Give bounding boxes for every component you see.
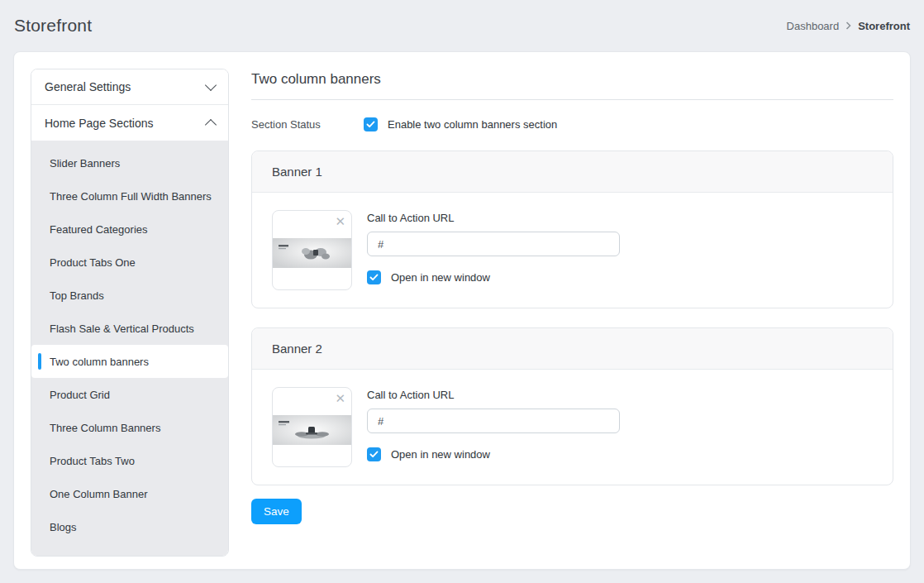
breadcrumb: Dashboard Storefront [787, 20, 910, 32]
remove-image-icon[interactable]: ✕ [335, 213, 345, 230]
chevron-up-icon [205, 118, 217, 130]
accordion-home-page-sections-label: Home Page Sections [45, 117, 154, 130]
main-container: General Settings Home Page Sections Slid… [13, 51, 911, 570]
sidebar-item-one-column-banner[interactable]: One Column Banner [31, 477, 228, 510]
sidebar-item-three-column-banners[interactable]: Three Column Banners [31, 411, 228, 444]
check-icon [366, 121, 375, 128]
sidebar-item-label: Three Column Full Width Banners [50, 190, 212, 203]
sidebar-item-label: Two column banners [50, 356, 149, 368]
sidebar-item-label: Product Grid [50, 389, 110, 401]
sidebar-item-label: Three Column Banners [50, 422, 160, 434]
top-header: Storefront Dashboard Storefront [0, 0, 924, 51]
breadcrumb-dashboard-link[interactable]: Dashboard [787, 20, 840, 32]
title-divider [251, 99, 893, 100]
banner-1-card: Banner 1 ✕ [251, 151, 893, 308]
sidebar-item-blogs[interactable]: Blogs [31, 510, 228, 543]
sidebar-item-label: Product Tabs Two [50, 455, 135, 467]
banner-2-cta-url-input[interactable] [367, 409, 620, 433]
banner-1-preview-image [273, 238, 351, 268]
page-title: Storefront [14, 16, 92, 36]
section-status-label: Section Status [251, 118, 364, 131]
sidebar-item-label: Flash Sale & Vertical Products [50, 323, 194, 335]
accordion-home-page-sections[interactable]: Home Page Sections [31, 105, 228, 141]
sidebar-item-label: Product Tabs One [50, 256, 136, 269]
banner-2-open-row: Open in new window [367, 447, 620, 461]
banner-1-cta-url-input[interactable] [367, 232, 620, 256]
enable-section-checkbox-label: Enable two column banners section [388, 118, 557, 131]
section-title: Two column banners [251, 71, 893, 88]
banner-1-open-new-window-checkbox[interactable] [367, 270, 381, 284]
sidebar-item-product-grid[interactable]: Product Grid [31, 378, 228, 411]
sidebar-item-label: One Column Banner [50, 488, 148, 500]
banner-2-preview-image [273, 415, 351, 445]
sidebar-item-label: Top Brands [50, 289, 104, 302]
sidebar-item-product-tabs-one[interactable]: Product Tabs One [31, 246, 228, 279]
save-button[interactable]: Save [251, 499, 302, 524]
sidebar-item-three-column-full-width-banners[interactable]: Three Column Full Width Banners [31, 179, 228, 213]
sidebar-accordion: General Settings Home Page Sections Slid… [31, 69, 229, 557]
home-page-sections-list: Slider Banners Three Column Full Width B… [31, 141, 228, 556]
banner-2-thumbnail: ✕ [272, 387, 352, 467]
banner-2-open-new-window-checkbox[interactable] [367, 447, 381, 461]
settings-sidebar: General Settings Home Page Sections Slid… [31, 69, 229, 552]
sidebar-item-label: Blogs [50, 521, 77, 533]
banner-2-card: Banner 2 ✕ [251, 327, 893, 485]
check-icon [369, 451, 379, 458]
sidebar-item-slider-banners[interactable]: Slider Banners [31, 146, 228, 179]
breadcrumb-current: Storefront [858, 20, 910, 32]
sidebar-item-two-column-banners[interactable]: Two column banners [31, 345, 228, 378]
accordion-general-settings[interactable]: General Settings [31, 69, 228, 105]
sidebar-item-product-tabs-two[interactable]: Product Tabs Two [31, 444, 228, 477]
banner-2-cta-block: Call to Action URL Open in new window [367, 387, 620, 467]
banner-1-open-new-window-label: Open in new window [391, 271, 490, 284]
sidebar-item-label: Slider Banners [50, 157, 120, 170]
banner-1-card-title: Banner 1 [252, 151, 893, 193]
banner-2-cta-label: Call to Action URL [367, 389, 620, 401]
sidebar-item-flash-sale-vertical-products[interactable]: Flash Sale & Vertical Products [31, 312, 228, 345]
banner-1-open-row: Open in new window [367, 270, 620, 284]
chevron-down-icon [205, 79, 217, 91]
banner-artwork [273, 238, 351, 268]
banner-1-thumbnail: ✕ [272, 210, 352, 290]
sidebar-item-top-brands[interactable]: Top Brands [31, 279, 228, 312]
remove-image-icon[interactable]: ✕ [335, 389, 345, 407]
banner-1-cta-label: Call to Action URL [367, 212, 620, 224]
sidebar-item-featured-categories[interactable]: Featured Categories [31, 213, 228, 246]
accordion-general-settings-label: General Settings [45, 80, 131, 93]
content-panel: Two column banners Section Status Enable… [251, 69, 893, 552]
section-status-row: Section Status Enable two column banners… [251, 117, 893, 131]
banner-2-card-title: Banner 2 [252, 328, 893, 370]
banner-1-card-body: ✕ [252, 193, 893, 308]
sidebar-item-label: Featured Categories [50, 223, 148, 236]
banner-1-cta-block: Call to Action URL Open in new window [367, 210, 620, 290]
banner-2-open-new-window-label: Open in new window [391, 448, 490, 461]
enable-section-checkbox[interactable] [364, 117, 378, 131]
check-icon [369, 274, 379, 281]
breadcrumb-separator-icon [845, 22, 851, 30]
active-indicator-bar [38, 353, 41, 370]
banner-2-card-body: ✕ [252, 370, 893, 485]
banner-artwork [273, 415, 351, 445]
